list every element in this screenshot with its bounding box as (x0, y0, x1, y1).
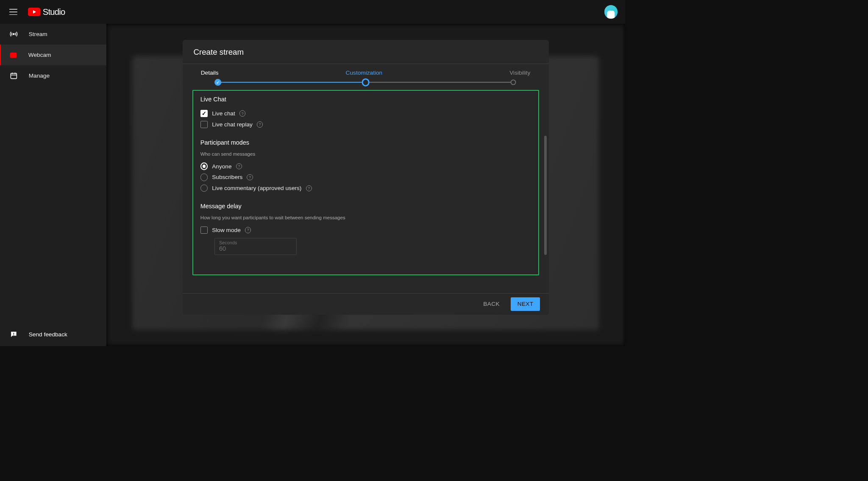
webcam-icon (9, 50, 18, 60)
help-icon[interactable]: ? (239, 110, 245, 116)
help-icon[interactable]: ? (306, 185, 312, 191)
svg-point-0 (13, 34, 14, 35)
live-chat-title: Live Chat (200, 96, 531, 103)
customization-panel: Live Chat Live chat ? Live chat replay ?… (192, 90, 539, 275)
calendar-icon (9, 71, 19, 81)
live-chat-replay-checkbox[interactable] (200, 121, 208, 128)
svg-rect-4 (14, 333, 14, 334)
participant-live-commentary-label: Live commentary (approved users) (212, 185, 301, 191)
svg-rect-5 (14, 335, 14, 336)
live-chat-label: Live chat (212, 110, 235, 117)
participant-subscribers-label: Subscribers (212, 174, 242, 180)
participant-modes-desc: Who can send messages (200, 151, 531, 157)
step-customization[interactable]: Customization (346, 70, 383, 76)
sidebar-feedback-label: Send feedback (29, 331, 67, 338)
live-chat-checkbox[interactable] (200, 110, 208, 117)
help-icon[interactable]: ? (257, 121, 263, 127)
top-bar: Studio (0, 0, 625, 24)
scrollbar[interactable] (544, 136, 547, 255)
message-delay-desc: How long you want participants to wait b… (200, 215, 531, 220)
sidebar-item-label: Webcam (28, 52, 51, 58)
svg-point-2 (12, 54, 14, 56)
participant-subscribers-radio[interactable] (200, 173, 208, 181)
feedback-icon (9, 330, 19, 339)
seconds-label: Seconds (219, 240, 292, 245)
menu-button[interactable] (7, 6, 19, 18)
seconds-value: 60 (219, 245, 292, 252)
avatar[interactable] (604, 5, 618, 19)
seconds-input[interactable]: Seconds 60 (214, 238, 297, 255)
step-visibility[interactable]: Visibility (509, 70, 530, 76)
youtube-play-icon (28, 8, 40, 16)
logo-text: Studio (43, 7, 65, 17)
participant-live-commentary-radio[interactable] (200, 185, 208, 192)
participant-modes-title: Participant modes (200, 139, 531, 146)
dialog-title: Create stream (183, 40, 549, 64)
main-area: Create stream Details Customization Visi… (106, 24, 625, 346)
slow-mode-label: Slow mode (212, 227, 241, 233)
back-button[interactable]: BACK (478, 297, 505, 311)
help-icon[interactable]: ? (247, 174, 253, 180)
sidebar-send-feedback[interactable]: Send feedback (0, 322, 106, 346)
step-dot-customization[interactable] (362, 78, 370, 87)
help-icon[interactable]: ? (236, 163, 242, 169)
svg-rect-3 (11, 73, 17, 78)
stepper: Details Customization Visibility (183, 64, 549, 90)
sidebar-item-label: Manage (29, 73, 50, 79)
logo[interactable]: Studio (28, 7, 65, 17)
sidebar-item-stream[interactable]: Stream (0, 24, 106, 45)
step-details[interactable]: Details (201, 70, 219, 76)
help-icon[interactable]: ? (245, 227, 251, 233)
slow-mode-checkbox[interactable] (200, 227, 208, 234)
next-button[interactable]: NEXT (511, 297, 540, 311)
sidebar-item-webcam[interactable]: Webcam (0, 45, 106, 65)
stream-icon (9, 30, 19, 39)
sidebar-item-manage[interactable]: Manage (0, 65, 106, 86)
sidebar: Stream Webcam Manage Send feedback (0, 24, 106, 346)
hamburger-icon (9, 9, 17, 15)
step-dot-visibility[interactable] (511, 80, 516, 85)
create-stream-dialog: Create stream Details Customization Visi… (183, 40, 549, 315)
live-chat-replay-label: Live chat replay (212, 121, 253, 128)
message-delay-title: Message delay (200, 203, 531, 210)
participant-anyone-radio[interactable] (200, 162, 208, 170)
participant-anyone-label: Anyone (212, 163, 231, 170)
dialog-footer: BACK NEXT (183, 293, 549, 315)
step-dot-details[interactable] (214, 79, 221, 86)
sidebar-item-label: Stream (29, 31, 47, 37)
